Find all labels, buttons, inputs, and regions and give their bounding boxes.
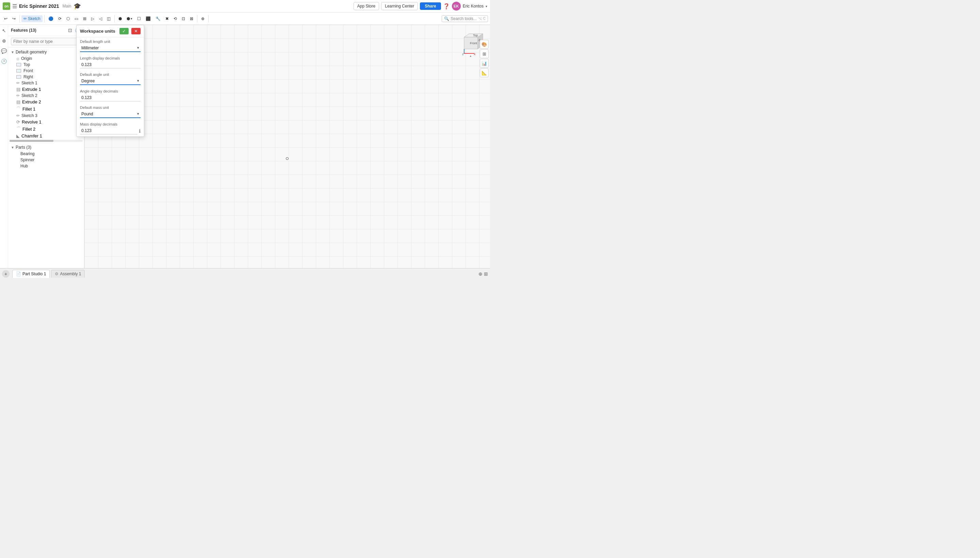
toolbar-btn-5[interactable]: ⊞ [81,15,89,22]
angle-unit-label: Default angle unit [80,72,141,77]
hub-label: Hub [20,164,28,168]
toolbar-btn-8[interactable]: ◫ [105,15,113,22]
panel-icon-configure[interactable]: ⊡ [67,27,73,34]
left-icon-history[interactable]: 🕐 [0,57,8,65]
svg-text:Top: Top [473,34,478,37]
tree-item-extrude2[interactable]: ▤ Extrude 2 [8,98,84,105]
tree-item-extrude1[interactable]: ▤ Extrude 1 [8,86,84,92]
add-tab-button[interactable]: + [2,270,10,277]
share-button[interactable]: Share [420,2,441,10]
tree-item-sketch2[interactable]: ✏ Sketch 2 [8,92,84,98]
sketch-icon: ✏ [23,16,27,21]
tab-partstudio-icon: 📄 [16,271,21,276]
tree-group-parts[interactable]: ▼ Parts (3) [8,144,84,151]
tab-assembly[interactable]: ⚙ Assembly 1 [51,270,85,277]
toolbar-btn-17[interactable]: ⊠ [188,15,195,22]
search-icon: 🔍 [444,16,449,21]
toolbar: ↩ ↪ ✏ Sketch 🔵 ⟳ ⬡ ▭ ⊞ ▷ ◁ ◫ ⬢ ⬢▾ ☐ ⬛ 🔧 … [0,13,490,25]
toolbar-btn-2[interactable]: ⟳ [56,15,64,22]
angle-unit-select[interactable]: Degree Radian [80,77,141,85]
avatar[interactable]: EK [452,2,461,11]
onshape-logo[interactable]: on [3,2,10,10]
tree-item-front[interactable]: Front [8,68,84,74]
tree-group-default-geometry[interactable]: ▼ Default geometry [8,49,84,56]
toolbar-btn-10[interactable]: ⬢▾ [125,15,135,22]
toolbar-btn-13[interactable]: 🔧 [153,15,163,22]
tree-item-sketch3[interactable]: ✏ Sketch 3 [8,113,84,119]
canvas[interactable]: ≡ Front Right Top X Z ▲ [84,25,490,268]
mass-unit-label: Default mass unit [80,105,141,110]
tab-partstudio[interactable]: 📄 Part Studio 1 [12,270,50,278]
bottom-right-icons: ⊕ ⊞ [478,271,488,277]
toolbar-sketch[interactable]: ✏ Sketch [21,15,43,22]
tree-item-sketch1[interactable]: ✏ Sketch 1 [8,80,84,86]
main-layout: ↖ ⊕ 💬 🕐 Features (13) ⊡ 🕐 ▼ Default geom… [0,25,490,268]
toolbar-btn-3[interactable]: ⬡ [64,15,72,22]
mass-decimals-input[interactable] [80,127,138,135]
tree-item-fillet1[interactable]: ⌒ Fillet 1 [8,105,84,113]
tree-item-revolve1[interactable]: ⟳ Revolve 1 [8,119,84,125]
toolbar-undo[interactable]: ↩ [2,15,10,22]
toolbar-btn-4[interactable]: ▭ [72,15,80,22]
toolbar-btn-12[interactable]: ⬛ [144,15,153,22]
toolbar-btn-16[interactable]: ⊡ [180,15,187,22]
logo-text: on [5,5,8,8]
left-icon-comment[interactable]: 💬 [0,47,8,55]
bottom-icon-right[interactable]: ⊞ [484,271,488,277]
user-dropdown-icon[interactable]: ▾ [486,5,487,8]
chamfer1-label: Chamfer 1 [21,133,42,138]
tree-item-top[interactable]: Top [8,62,84,68]
feature-tree: ▼ Default geometry ◎ Origin Top Front Ri… [8,47,84,268]
panel-scrollbar-thumb [10,140,53,142]
right-icon-4[interactable]: 📐 [480,68,489,77]
bottom-icon-left[interactable]: ⊕ [478,271,483,277]
help-icon[interactable]: ❓ [443,3,450,10]
document-title: Eric Spinner 2021 [19,3,59,9]
length-decimals-input[interactable] [80,61,141,68]
tree-item-chamfer1[interactable]: ◣ Chamfer 1 [8,133,84,139]
user-name[interactable]: Eric Kontos [463,4,484,8]
tree-item-origin[interactable]: ◎ Origin [8,56,84,62]
right-icon-1[interactable]: 🎨 [480,40,489,49]
mass-unit-select[interactable]: Pound Kilogram Gram Ounce [80,111,141,118]
toolbar-btn-18[interactable]: ⊕ [199,15,207,22]
right-icon-3[interactable]: 📊 [480,59,489,68]
learning-center-button[interactable]: Learning Center [381,2,418,10]
hamburger-menu[interactable]: ☰ [12,3,17,10]
app-store-button[interactable]: App Store [353,2,379,10]
parts-item-hub[interactable]: Hub [8,163,84,169]
sketch3-label: Sketch 3 [21,113,38,118]
right-icon-2[interactable]: ⊞ [480,49,489,58]
default-geometry-label: Default geometry [16,50,47,54]
left-icon-add[interactable]: ⊕ [1,37,7,44]
popup-length-unit-field: Default length unit Millimeter Centimete… [77,38,144,54]
mass-unit-select-wrapper: Pound Kilogram Gram Ounce [80,111,141,118]
parts-item-bearing[interactable]: Bearing [8,151,84,157]
filter-input[interactable] [11,38,81,45]
panel-scrollbar[interactable] [10,140,83,142]
parts-item-spinner[interactable]: Spinner [8,157,84,163]
help-icon-mass[interactable]: ℹ [139,128,141,134]
toolbar-btn-6[interactable]: ▷ [89,15,96,22]
search-tools[interactable]: 🔍 Search tools... ⌥ C [442,15,488,22]
navbar: on ☰ Eric Spinner 2021 Main 🎓 App Store … [0,0,490,13]
length-unit-select[interactable]: Millimeter Centimeter Meter Inch Foot [80,44,141,52]
toolbar-redo[interactable]: ↪ [10,15,18,22]
svg-text:▲: ▲ [469,54,472,57]
learning-icon[interactable]: 🎓 [74,2,81,10]
popup-cancel-button[interactable]: ✕ [131,28,141,34]
angle-decimals-input[interactable] [80,94,141,102]
chamfer1-icon: ◣ [16,133,20,138]
left-icon-cursor[interactable]: ↖ [1,27,7,34]
sketch-label: Sketch [28,16,41,21]
toolbar-btn-14[interactable]: ✖ [163,15,171,22]
toolbar-btn-9[interactable]: ⬢ [117,15,124,22]
tree-item-right[interactable]: Right [8,74,84,80]
tree-item-fillet2[interactable]: ⌒ Fillet 2 [8,125,84,133]
toolbar-btn-1[interactable]: 🔵 [46,15,56,22]
toolbar-btn-15[interactable]: ⟲ [171,15,179,22]
popup-confirm-button[interactable]: ✓ [120,28,129,34]
toolbar-btn-7[interactable]: ◁ [97,15,104,22]
angle-decimals-label: Angle display decimals [80,89,141,93]
toolbar-btn-11[interactable]: ☐ [135,15,143,22]
